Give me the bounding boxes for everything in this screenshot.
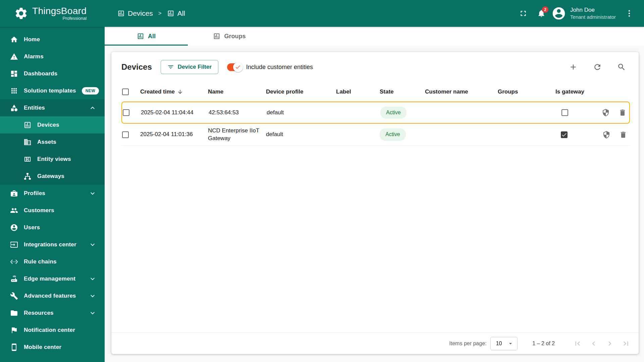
sidebar-item-edge-management[interactable]: Edge management: [0, 270, 105, 287]
app: ThingsBoard Professional Devices > All 2: [0, 0, 644, 362]
items-per-page-value: 10: [496, 341, 502, 347]
breadcrumb-all[interactable]: All: [167, 9, 185, 17]
caret-down-icon: [507, 340, 514, 347]
sidebar-item-devices[interactable]: Devices: [0, 116, 105, 133]
logo-text: ThingsBoard Professional: [32, 6, 87, 20]
sidebar-item-resources[interactable]: Resources: [0, 304, 105, 321]
sidebar-item-assets[interactable]: Assets: [0, 133, 105, 150]
column-header-label: Name: [208, 88, 223, 95]
sidebar-item-gateways[interactable]: Gateways: [0, 168, 105, 185]
devices-table: Created time Name Device profile Label S…: [111, 82, 639, 146]
breadcrumb: Devices > All: [117, 9, 185, 17]
sidebar-item-label: API usage: [24, 361, 52, 362]
chevron-down-icon: [89, 275, 97, 283]
column-header-name[interactable]: Name: [208, 88, 266, 95]
sidebar-item-alarms[interactable]: Alarms: [0, 48, 105, 65]
fullscreen-button[interactable]: [515, 5, 531, 21]
table-row[interactable]: 2025-02-04 11:01:36 NCD Enterprise IIoT …: [121, 124, 630, 146]
is-gateway-checkbox[interactable]: [561, 131, 568, 138]
plus-icon: [569, 63, 578, 71]
column-header-label: State: [380, 88, 394, 95]
last-page-button[interactable]: [619, 336, 633, 351]
sidebar-item-advanced-features[interactable]: Advanced features: [0, 287, 105, 304]
device-filter-label: Device Filter: [178, 64, 212, 70]
column-header-state[interactable]: State: [380, 88, 425, 95]
smartphone-icon: [10, 343, 18, 351]
add-device-button[interactable]: [566, 59, 581, 75]
breadcrumb-separator: >: [158, 10, 162, 17]
next-page-button[interactable]: [602, 336, 617, 351]
device-filter-button[interactable]: Device Filter: [161, 60, 218, 74]
previous-page-button[interactable]: [586, 336, 601, 351]
delete-device-button[interactable]: [617, 129, 629, 141]
sidebar-item-users[interactable]: Users: [0, 219, 105, 236]
badge-icon: [10, 189, 18, 197]
sidebar-item-home[interactable]: Home: [0, 31, 105, 48]
sidebar-item-api-usage[interactable]: API usage: [0, 356, 105, 362]
shield-icon: [602, 109, 610, 117]
devices-group-icon: [167, 10, 174, 17]
sidebar-item-label: Mobile center: [24, 344, 61, 351]
sidebar-item-label: Edge management: [24, 276, 75, 282]
more-menu-button[interactable]: [621, 5, 637, 21]
column-header-customer-name[interactable]: Customer name: [425, 88, 498, 95]
account-circle-icon: [551, 6, 566, 21]
folder-icon: [10, 309, 18, 317]
devices-group-icon: [213, 33, 220, 40]
sidebar-item-solution-templates[interactable]: Solution templates NEW: [0, 82, 105, 99]
user-avatar[interactable]: [551, 6, 566, 21]
flag-icon: [10, 326, 18, 334]
delete-device-button[interactable]: [616, 107, 629, 119]
sidebar-item-notification-center[interactable]: Notification center: [0, 321, 105, 339]
content-area: Devices Device Filter Include custo: [105, 46, 644, 362]
sidebar-item-entities[interactable]: Entities: [0, 99, 105, 116]
bar-chart-icon: [10, 360, 18, 362]
breadcrumb-devices[interactable]: Devices: [117, 9, 153, 17]
first-page-button[interactable]: [570, 336, 585, 351]
is-gateway-checkbox[interactable]: [561, 109, 568, 116]
table-row[interactable]: 2025-02-04 11:04:44 42:53:64:53 default …: [121, 102, 630, 124]
row-checkbox[interactable]: [123, 109, 129, 116]
status-badge: Active: [380, 128, 406, 141]
sidebar-item-rule-chains[interactable]: Rule chains: [0, 253, 105, 270]
person-icon: [10, 224, 18, 232]
input-icon: [10, 241, 18, 249]
tabbar: All Groups: [105, 27, 644, 46]
tab-all[interactable]: All: [105, 27, 188, 46]
tab-groups[interactable]: Groups: [188, 27, 271, 46]
sidebar-item-label: Customers: [24, 207, 54, 214]
sidebar-item-label: Resources: [24, 310, 54, 316]
row-checkbox[interactable]: [122, 131, 129, 138]
app-logo[interactable]: ThingsBoard Professional: [0, 6, 105, 20]
notifications-button[interactable]: 2: [533, 5, 549, 21]
row-actions: [600, 107, 629, 119]
check-icon: [235, 64, 241, 70]
sidebar-item-entity-views[interactable]: Entity views: [0, 150, 105, 168]
search-button[interactable]: [614, 59, 629, 75]
items-per-page-select[interactable]: 10: [490, 337, 518, 350]
sidebar-item-dashboards[interactable]: Dashboards: [0, 65, 105, 82]
sort-desc-arrow-icon: [177, 89, 183, 95]
column-header-label[interactable]: Label: [336, 88, 380, 95]
column-header-groups[interactable]: Groups: [498, 88, 555, 95]
items-per-page-label: Items per page:: [449, 341, 486, 347]
main-content: All Groups Devices Device Filter: [105, 27, 644, 362]
router-icon: [10, 275, 18, 283]
column-header-is-gateway[interactable]: Is gateway: [555, 88, 599, 95]
sidebar-item-profiles[interactable]: Profiles: [0, 185, 105, 202]
cell-created-time: 2025-02-04 11:04:44: [141, 109, 209, 116]
select-all-checkbox[interactable]: [122, 88, 129, 95]
column-header-device-profile[interactable]: Device profile: [266, 88, 336, 95]
sidebar-item-mobile-center[interactable]: Mobile center: [0, 339, 105, 356]
device-security-button[interactable]: [600, 107, 612, 119]
sidebar-item-label: Rule chains: [24, 258, 57, 265]
user-name: John Doe: [570, 6, 616, 14]
sidebar-item-label: Users: [24, 224, 40, 231]
refresh-button[interactable]: [590, 59, 605, 75]
column-header-created-time[interactable]: Created time: [140, 88, 208, 95]
sidebar-item-integrations-center[interactable]: Integrations center: [0, 236, 105, 253]
sidebar-item-customers[interactable]: Customers: [0, 202, 105, 219]
include-customer-entities-toggle[interactable]: Include customer entities: [227, 63, 313, 71]
new-badge: NEW: [82, 87, 99, 95]
device-security-button[interactable]: [600, 129, 612, 141]
